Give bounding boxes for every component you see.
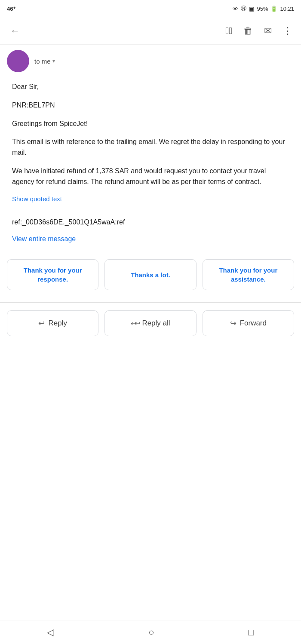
signal-indicator: 46⁺ [7,6,16,12]
smart-reply-3[interactable]: Thank you for your assistance. [203,259,294,290]
home-nav-button[interactable]: ○ [138,623,164,641]
paragraph-1: This email is with reference to the trai… [12,137,289,158]
archive-icon[interactable]: ⬇︎⃣ [224,24,234,38]
n-icon: Ⓝ [241,5,246,12]
ref-line: ref:_00D36s6DE._5001Q1A5waA:ref [12,217,289,228]
reply-label: Reply [48,319,67,328]
avatar [7,50,29,72]
reply-all-button[interactable]: ↩↩ Reply all [104,310,196,336]
view-entire-message-link[interactable]: View entire message [12,235,76,243]
pnr-line: PNR:BEL7PN [12,100,289,111]
battery-icon: 🔋 [270,6,277,12]
mail-icon[interactable]: ✉ [262,24,273,38]
back-button[interactable]: ← [7,22,23,40]
forward-button[interactable]: ↪ Forward [203,310,294,336]
reply-button[interactable]: ↩ Reply [7,310,98,336]
status-bar: 46⁺ 👁 Ⓝ ▣ 95% 🔋 10:21 [0,0,301,17]
forward-icon: ↪ [230,319,236,328]
reply-actions: ↩ Reply ↩↩ Reply all ↪ Forward [0,303,301,344]
reply-all-icon: ↩↩ [131,319,138,328]
smart-reply-2[interactable]: Thanks a lot. [104,259,196,290]
chevron-down-icon: ▾ [52,58,55,64]
show-quoted-text-link[interactable]: Show quoted text [12,195,62,202]
eye-icon: 👁 [233,6,238,12]
to-me-label[interactable]: to me ▾ [34,58,55,65]
smart-reply-1[interactable]: Thank you for your response. [7,259,98,290]
dear-line: Dear Sir, [12,82,289,92]
smart-replies: Thank you for your response. Thanks a lo… [0,259,301,302]
delete-icon[interactable]: 🗑 [242,24,255,38]
bottom-nav: ◁ ○ □ [0,620,301,644]
more-options-icon[interactable]: ⋮ [281,24,294,38]
reply-all-label: Reply all [142,319,170,328]
to-me-text: to me [34,58,51,65]
back-nav-button[interactable]: ◁ [37,623,64,641]
nfc-icon: ▣ [249,6,254,12]
app-bar-actions: ⬇︎⃣ 🗑 ✉ ⋮ [224,24,294,38]
email-body: Dear Sir, PNR:BEL7PN Greetings from Spic… [0,77,301,259]
paragraph-2: We have initiated refund of 1,378 SAR an… [12,166,289,187]
email-header: to me ▾ [0,45,301,77]
greeting-line: Greetings from SpiceJet! [12,119,289,129]
time: 10:21 [280,6,294,12]
recents-nav-button[interactable]: □ [238,623,264,641]
status-right: 👁 Ⓝ ▣ 95% 🔋 10:21 [233,5,294,12]
reply-icon: ↩ [38,319,45,328]
forward-label: Forward [240,319,267,328]
app-bar: ← ⬇︎⃣ 🗑 ✉ ⋮ [0,17,301,45]
battery-percent: 95% [257,6,268,12]
